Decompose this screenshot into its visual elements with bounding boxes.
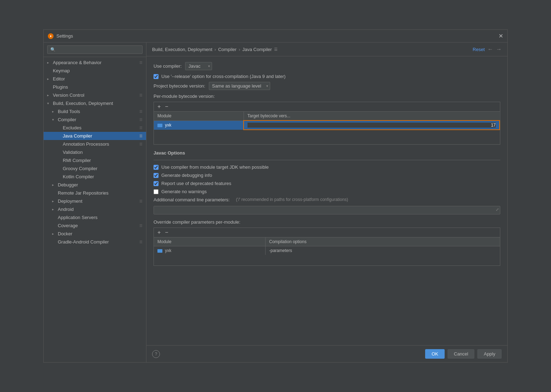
- breadcrumb-bar: Build, Execution, Deployment › Compiler …: [146, 43, 507, 56]
- cancel-button[interactable]: Cancel: [447, 349, 474, 359]
- expand-icon: ▸: [52, 232, 56, 236]
- opt4-checkbox[interactable]: [154, 189, 158, 194]
- breadcrumb: Build, Execution, Deployment › Compiler …: [152, 47, 278, 52]
- cmd-input-wrapper: ⤢: [154, 206, 500, 214]
- table2-empty-space: [154, 255, 500, 265]
- close-button[interactable]: ✕: [499, 33, 503, 39]
- use-compiler-row: Use compiler: Javac Eclipse Ajc ▾: [154, 62, 500, 70]
- release-option-label: Use '--release' option for cross-compila…: [161, 74, 285, 79]
- override-label: Override compiler parameters per-module:: [154, 219, 500, 225]
- sidebar-item-label: Docker: [58, 231, 143, 236]
- compiler-select-wrapper: Javac Eclipse Ajc ▾: [185, 62, 212, 70]
- expand-icon: ▾: [52, 118, 56, 122]
- sidebar-item-gradle-android[interactable]: Gradle-Android Compiler ☰: [44, 238, 146, 246]
- sidebar-item-label: Annotation Processors: [63, 141, 138, 147]
- col-module1: Module: [154, 112, 244, 121]
- sidebar-item-keymap[interactable]: Keymap: [44, 67, 146, 75]
- reset-link[interactable]: Reset: [473, 47, 485, 52]
- override-table-container: + − Module Compilation options: [154, 228, 500, 266]
- sidebar-item-annotation-processors[interactable]: Annotation Processors ☰: [44, 140, 146, 148]
- sidebar-item-coverage[interactable]: Coverage ☰: [44, 222, 146, 230]
- col-options: Compilation options: [265, 237, 500, 246]
- options-cell: -parameters: [265, 246, 500, 255]
- table-row[interactable]: yxk -parameters: [154, 246, 500, 255]
- opt3-label: Report use of deprecated features: [161, 181, 231, 186]
- expand-icon: ▸: [52, 110, 56, 113]
- opt1-label: Use compiler from module target JDK when…: [161, 164, 269, 170]
- sidebar-item-plugins[interactable]: Plugins: [44, 83, 146, 91]
- gear-icon: ☰: [139, 224, 143, 228]
- sidebar-item-label: Keymap: [53, 68, 143, 73]
- release-option-checkbox[interactable]: [154, 74, 158, 79]
- bytecode-value-input[interactable]: [247, 123, 496, 128]
- cmd-label: Additional command line parameters:: [154, 197, 230, 202]
- opt3-checkbox[interactable]: [154, 181, 158, 186]
- bytecode-select[interactable]: Same as language level: [209, 82, 270, 90]
- sidebar-item-label: Debugger: [58, 182, 143, 187]
- sidebar-item-java-compiler[interactable]: Java Compiler ☰: [44, 132, 146, 140]
- ok-button[interactable]: OK: [425, 349, 445, 359]
- breadcrumb-sep1: ›: [215, 47, 216, 52]
- javac-options-title: Javac Options: [154, 150, 500, 156]
- table2-add-button[interactable]: +: [157, 229, 161, 236]
- sidebar-item-label: RMI Compiler: [63, 158, 143, 163]
- expand-icon: ▸: [52, 183, 56, 187]
- compiler-select[interactable]: Javac Eclipse Ajc: [185, 62, 212, 70]
- table-row[interactable]: yxk: [154, 121, 500, 130]
- gear-icon: ☰: [139, 199, 143, 203]
- opt2-checkbox[interactable]: [154, 173, 158, 178]
- sidebar-item-label: Android: [58, 207, 143, 212]
- sidebar-item-build-tools[interactable]: ▸ Build Tools ☰: [44, 107, 146, 116]
- sidebar-item-editor[interactable]: ▸ Editor: [44, 75, 146, 83]
- use-compiler-label: Use compiler:: [154, 63, 182, 69]
- sidebar-item-validation[interactable]: Validation: [44, 148, 146, 156]
- sidebar-item-build-exec[interactable]: ▾ Build, Execution, Deployment: [44, 99, 146, 107]
- dialog-title: Settings: [56, 33, 73, 39]
- bytecode-select-wrapper: Same as language level ▾: [209, 82, 270, 90]
- sidebar-item-debugger[interactable]: ▸ Debugger: [44, 181, 146, 189]
- search-box: [44, 43, 146, 57]
- sidebar-item-android[interactable]: ▸ Android: [44, 205, 146, 213]
- help-button[interactable]: ?: [152, 350, 160, 358]
- table1-add-button[interactable]: +: [157, 103, 161, 110]
- expand-button[interactable]: ⤢: [496, 207, 499, 212]
- table1-remove-button[interactable]: −: [164, 103, 169, 110]
- cmd-input[interactable]: [154, 206, 500, 214]
- opt1-row: Use compiler from module target JDK when…: [154, 164, 500, 170]
- opt4-row: Generate no warnings: [154, 189, 500, 194]
- apply-button[interactable]: Apply: [477, 349, 502, 359]
- sidebar-item-version-control[interactable]: ▸ Version Control ☰: [44, 91, 146, 99]
- sidebar-item-appearance[interactable]: ▸ Appearance & Behavior ☰: [44, 58, 146, 67]
- gear-icon: ☰: [139, 126, 143, 130]
- sidebar-item-docker[interactable]: ▸ Docker: [44, 230, 146, 238]
- sidebar-item-kotlin-compiler[interactable]: Kotlin Compiler: [44, 173, 146, 181]
- content-area: Use compiler: Javac Eclipse Ajc ▾ Use '-…: [146, 56, 507, 345]
- expand-icon: ▸: [47, 61, 51, 65]
- settings-dialog: ♦ Settings ✕ ▸ Appearance & Behavior ☰ K…: [43, 29, 508, 363]
- sidebar-item-label: Coverage: [58, 223, 138, 228]
- sidebar-item-remote-jar[interactable]: Remote Jar Repositories: [44, 189, 146, 197]
- footer-left: ?: [152, 350, 422, 358]
- sidebar: ▸ Appearance & Behavior ☰ Keymap ▸ Edito…: [44, 43, 146, 362]
- nav-back-button[interactable]: ←: [488, 46, 493, 52]
- gear-icon: ☰: [139, 118, 143, 122]
- override-table: Module Compilation options yxk -paramete…: [154, 237, 500, 255]
- search-input[interactable]: [47, 45, 143, 54]
- table2-remove-button[interactable]: −: [164, 229, 169, 236]
- sidebar-item-rmi-compiler[interactable]: RMI Compiler: [44, 156, 146, 164]
- opt1-checkbox[interactable]: [154, 165, 158, 170]
- sidebar-item-compiler[interactable]: ▾ Compiler ☰: [44, 116, 146, 124]
- expand-icon: ▸: [47, 93, 51, 97]
- nav-fwd-button[interactable]: →: [496, 46, 502, 52]
- sidebar-item-label: Java Compiler: [63, 133, 138, 139]
- target-cell[interactable]: [244, 121, 500, 130]
- sidebar-item-deployment[interactable]: ▸ Deployment ☰: [44, 197, 146, 205]
- sidebar-item-groovy-compiler[interactable]: Groovy Compiler: [44, 164, 146, 173]
- sidebar-item-app-servers[interactable]: Application Servers: [44, 213, 146, 222]
- sidebar-item-label: Kotlin Compiler: [63, 174, 143, 179]
- breadcrumb-menu-icon[interactable]: ☰: [274, 47, 278, 52]
- module-cell: yxk: [154, 121, 244, 130]
- sidebar-item-excludes[interactable]: Excludes ☰: [44, 124, 146, 132]
- dialog-body: ▸ Appearance & Behavior ☰ Keymap ▸ Edito…: [44, 43, 507, 362]
- gear-icon: ☰: [139, 134, 143, 138]
